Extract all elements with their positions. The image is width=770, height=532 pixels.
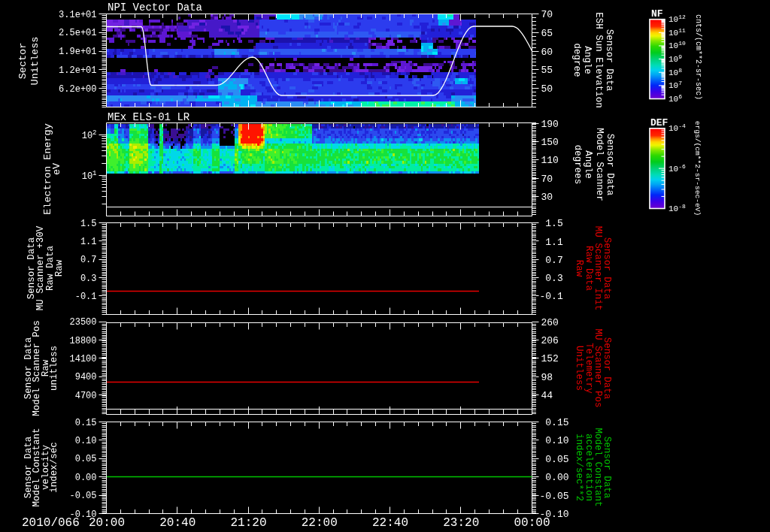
svg-text:1.5: 1.5 [80,219,97,229]
svg-text:110: 110 [541,155,559,166]
svg-text:55: 55 [541,65,553,76]
svg-text:50: 50 [541,83,553,95]
svg-text:index/sec**2: index/sec**2 [574,434,584,501]
svg-text:2010/066: 2010/066 [22,516,80,530]
svg-text:degrees: degrees [572,145,583,185]
svg-text:0.05: 0.05 [540,454,569,465]
svg-text:MEx ELS-01 LR: MEx ELS-01 LR [108,111,190,123]
svg-text:Sensor Data: Sensor Data [605,134,615,196]
svg-text:ergs/(cm**2-sr-sec-eV): ergs/(cm**2-sr-sec-eV) [693,121,702,216]
svg-text:18800: 18800 [69,336,96,346]
svg-text:Angle: Angle [583,150,593,179]
svg-text:0.05: 0.05 [75,454,97,464]
svg-text:0.7: 0.7 [540,255,563,266]
svg-text:30: 30 [541,192,553,203]
svg-text:Sensor Data: Sensor Data [604,29,614,92]
svg-text:0.00: 0.00 [75,473,97,483]
svg-text:0.15: 0.15 [540,417,569,428]
svg-text:3.1e+01: 3.1e+01 [59,10,96,20]
svg-text:65: 65 [541,28,553,39]
svg-text:Raw: Raw [574,260,584,277]
svg-text:44: 44 [541,390,553,401]
svg-text:0.7: 0.7 [80,255,97,265]
svg-text:20:00: 20:00 [89,516,125,530]
svg-text:206: 206 [541,335,559,346]
svg-text:9400: 9400 [75,372,97,382]
svg-text:1.2e+01: 1.2e+01 [59,65,96,76]
svg-text:Model Scanner: Model Scanner [594,128,605,201]
svg-text:23500: 23500 [69,317,96,328]
svg-text:Raw: Raw [54,259,65,277]
svg-text:NF: NF [651,8,663,20]
svg-text:23:20: 23:20 [443,516,479,530]
svg-text:6.2e+00: 6.2e+00 [59,84,96,95]
svg-text:0.3: 0.3 [80,274,97,284]
svg-text:4700: 4700 [75,391,97,401]
svg-text:22:00: 22:00 [302,516,338,530]
svg-text:152: 152 [541,353,559,364]
svg-text:Sector: Sector [17,43,29,80]
svg-text:1.5: 1.5 [540,218,563,229]
svg-text:2.5e+01: 2.5e+01 [59,28,96,38]
svg-text:70: 70 [541,9,553,20]
svg-text:70: 70 [541,174,553,185]
svg-text:14100: 14100 [69,354,96,364]
svg-text:index/sec: index/sec [49,442,59,493]
svg-text:98: 98 [541,372,553,383]
svg-text:22:40: 22:40 [372,516,408,530]
svg-text:-0.1: -0.1 [540,291,563,302]
svg-text:eV: eV [51,162,62,175]
svg-text:NPI Vector Data: NPI Vector Data [108,2,202,14]
svg-text:1.1: 1.1 [540,237,563,248]
svg-text:-0.05: -0.05 [69,491,96,501]
svg-text:unitless: unitless [49,346,59,391]
svg-text:150: 150 [541,137,559,148]
svg-text:00:00: 00:00 [514,516,550,530]
svg-text:190: 190 [541,119,559,130]
svg-text:degree: degree [571,43,582,77]
svg-text:ESH Sun Elevation: ESH Sun Elevation [593,12,604,108]
svg-text:Angle: Angle [582,46,593,74]
svg-text:60: 60 [541,47,553,58]
svg-text:0.3: 0.3 [540,273,563,284]
svg-text:1.9e+01: 1.9e+01 [59,47,96,57]
svg-text:-0.1: -0.1 [75,292,97,302]
svg-text:-0.05: -0.05 [540,491,569,502]
svg-text:Unitless: Unitless [574,346,584,391]
svg-text:0.15: 0.15 [75,418,97,428]
svg-text:260: 260 [541,317,559,328]
svg-text:0.00: 0.00 [540,472,569,483]
svg-text:21:20: 21:20 [230,516,266,530]
svg-text:0.10: 0.10 [75,436,97,446]
svg-text:1.1: 1.1 [80,237,97,247]
svg-text:DEF: DEF [650,117,668,128]
svg-text:Unitless: Unitless [29,37,41,86]
svg-text:20:40: 20:40 [159,516,196,530]
svg-text:cnts/(cm**2-sr-sec): cnts/(cm**2-sr-sec) [694,14,702,100]
svg-text:0.10: 0.10 [540,435,569,446]
